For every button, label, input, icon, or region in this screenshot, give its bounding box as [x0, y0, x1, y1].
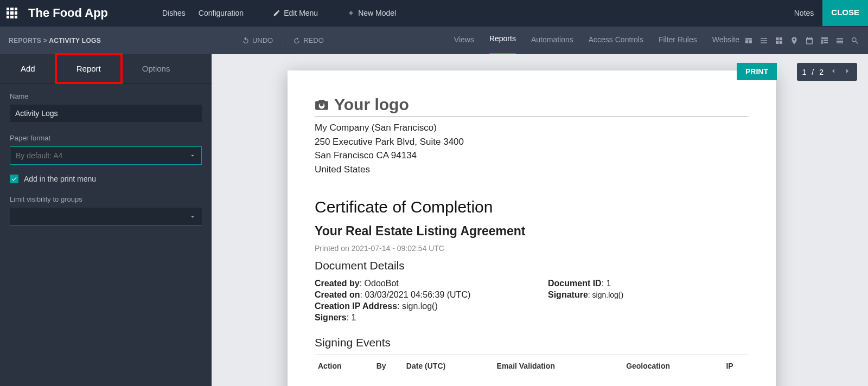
- brand-title: The Food App: [28, 6, 108, 20]
- sidetab-options[interactable]: Options: [122, 54, 191, 83]
- doc-details-heading: Document Details: [315, 259, 749, 272]
- print-menu-label: Add in the print menu: [24, 175, 96, 183]
- redo-button[interactable]: REDO: [293, 36, 324, 44]
- map-view-icon[interactable]: [790, 36, 799, 45]
- check-icon: [11, 176, 17, 182]
- pager: 1 / 2: [797, 63, 857, 81]
- notes-link[interactable]: Notes: [794, 9, 814, 17]
- tab-access-controls[interactable]: Access Controls: [589, 27, 643, 55]
- plus-icon: [347, 9, 355, 17]
- camera-icon: [315, 98, 329, 112]
- tab-automations[interactable]: Automations: [531, 27, 573, 55]
- print-button[interactable]: PRINT: [737, 63, 777, 80]
- cert-subtitle: Your Real Estate Listing Agreement: [315, 224, 749, 239]
- search-icon[interactable]: [851, 36, 859, 45]
- col-ip: IP: [724, 356, 748, 376]
- company-country: United States: [315, 163, 749, 177]
- breadcrumb: REPORTS > ACTIVITY LOGS: [9, 37, 101, 44]
- redo-icon: [293, 37, 301, 44]
- close-button[interactable]: CLOSE: [822, 0, 868, 26]
- form-view-icon[interactable]: [744, 36, 753, 45]
- apps-icon[interactable]: [7, 8, 17, 18]
- breadcrumb-root[interactable]: REPORTS: [9, 37, 41, 44]
- signing-events-table: Action By Date (UTC) Email Validation Ge…: [315, 355, 749, 377]
- breadcrumb-current: ACTIVITY LOGS: [49, 37, 101, 44]
- nav-edit-menu-label: Edit Menu: [284, 9, 318, 17]
- logo-placeholder: Your logo: [315, 95, 749, 114]
- col-date: Date (UTC): [404, 356, 494, 376]
- tab-filter-rules[interactable]: Filter Rules: [659, 27, 697, 55]
- undo-button[interactable]: UNDO: [242, 36, 273, 44]
- pager-prev[interactable]: [829, 67, 838, 77]
- print-menu-checkbox[interactable]: [10, 175, 18, 183]
- company-name: My Company (San Francisco): [315, 121, 749, 135]
- nav-configuration[interactable]: Configuration: [199, 9, 244, 17]
- company-addr1: 250 Executive Park Blvd, Suite 3400: [315, 135, 749, 149]
- paper-format-select[interactable]: [10, 146, 202, 165]
- name-input[interactable]: [10, 105, 202, 122]
- col-geo: Geolocation: [624, 356, 723, 376]
- calendar-view-icon[interactable]: [805, 36, 814, 45]
- list-view-icon[interactable]: [760, 36, 768, 45]
- signing-events-heading: Signing Events: [315, 336, 749, 349]
- pivot-view-icon[interactable]: [820, 36, 829, 45]
- printed-on: Printed on 2021-07-14 - 09:02:54 UTC: [315, 244, 749, 253]
- tab-views[interactable]: Views: [454, 27, 474, 55]
- pencil-icon: [273, 9, 280, 17]
- nav-new-model-label: New Model: [358, 9, 396, 17]
- nav-dishes[interactable]: Dishes: [162, 9, 186, 17]
- sidetab-add[interactable]: Add: [0, 54, 56, 83]
- limit-groups-label: Limit visibility to groups: [10, 195, 202, 203]
- paper-format-label: Paper format: [10, 134, 202, 142]
- limit-groups-select[interactable]: [10, 208, 202, 226]
- activity-view-icon[interactable]: [835, 36, 844, 45]
- pager-next[interactable]: [843, 67, 852, 77]
- nav-edit-menu[interactable]: Edit Menu: [273, 9, 318, 17]
- col-action: Action: [316, 356, 373, 376]
- company-addr2: San Francisco CA 94134: [315, 149, 749, 163]
- nav-new-model[interactable]: New Model: [347, 9, 396, 17]
- document-preview: Your logo My Company (San Francisco) 250…: [288, 70, 776, 386]
- pager-current: 1: [802, 68, 807, 76]
- col-by: By: [374, 356, 403, 376]
- pager-total: 2: [819, 68, 824, 76]
- name-label: Name: [10, 92, 202, 100]
- cert-title: Certificate of Completion: [315, 198, 749, 216]
- undo-icon: [242, 37, 250, 44]
- tab-website[interactable]: Website: [712, 27, 739, 55]
- tab-reports[interactable]: Reports: [489, 27, 516, 55]
- col-email: Email Validation: [495, 356, 623, 376]
- kanban-view-icon[interactable]: [775, 36, 783, 45]
- sidetab-report[interactable]: Report: [56, 54, 122, 83]
